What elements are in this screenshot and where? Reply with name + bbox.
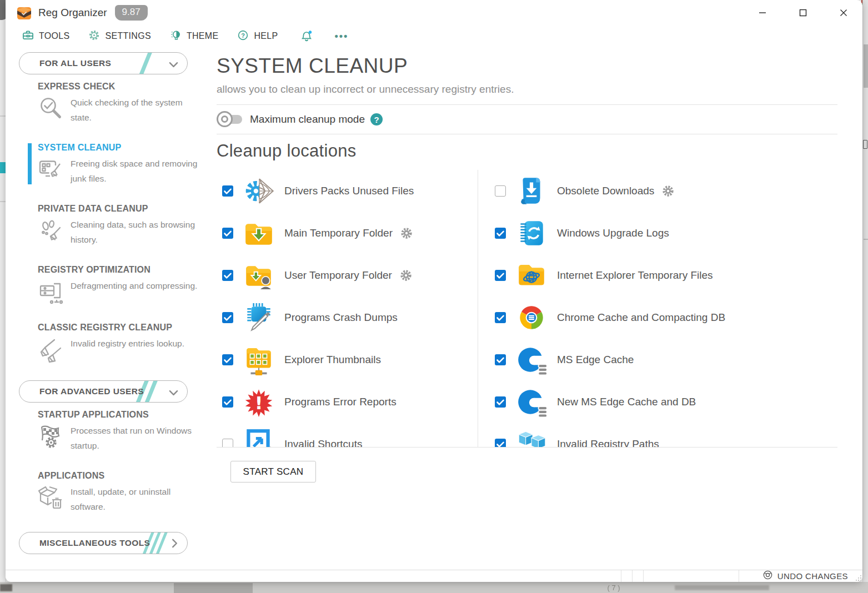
sidebar-nav-item[interactable]: PRIVATE DATA CLEANUP Cleaning data, such… (6, 204, 210, 247)
cleanup-item-settings-gear-icon[interactable] (662, 185, 674, 197)
background-window-right-edge (862, 0, 868, 582)
settings-menu[interactable]: SETTINGS (88, 29, 150, 43)
cleanup-item-label: Drivers Packs Unused Files (284, 185, 414, 197)
edge-icon (515, 385, 548, 419)
registry-compress-icon (38, 279, 63, 305)
cleanup-item-row: Programs Crash Dumps (222, 296, 472, 339)
download-scroll-icon (515, 174, 548, 208)
group-miscellaneous-tools[interactable]: MISCELLANEOUS TOOLS (19, 532, 188, 554)
sidebar-item-title: EXPRESS CHECK (38, 82, 210, 92)
cleanup-item-row: ! Programs Error Reports (222, 381, 472, 423)
app-title: Reg Organizer (38, 7, 107, 19)
cleanup-item-settings-gear-icon[interactable] (400, 227, 413, 239)
sidebar-nav-item[interactable]: STARTUP APPLICATIONS Processes that run … (6, 410, 210, 453)
cleanup-item-checkbox[interactable] (222, 354, 233, 365)
sidebar-item-title: REGISTRY OPTIMIZATION (38, 265, 210, 275)
monitor-broom-icon (38, 157, 63, 183)
sidebar-item-title: PRIVATE DATA CLEANUP (38, 204, 210, 214)
gear-icon (88, 29, 100, 43)
sidebar-nav-item[interactable]: REGISTRY OPTIMIZATION Defragmenting and … (6, 265, 210, 305)
maximum-cleanup-row: Maximum cleanup mode ? (217, 105, 837, 134)
crossed-brooms-icon (38, 337, 63, 363)
folder-globe-icon (515, 259, 548, 292)
cleanup-item-checkbox[interactable] (222, 185, 233, 197)
cleanup-item-label: MS Edge Cache (557, 354, 634, 366)
sidebar-nav-item[interactable]: APPLICATIONS Install, update, or uninsta… (6, 471, 210, 514)
cleanup-item-row: Obsolete Downloads (495, 170, 837, 212)
chip-pencil-icon (242, 301, 275, 334)
briefcase-icon (22, 29, 34, 43)
divider (217, 134, 837, 134)
chrome-icon (515, 301, 548, 334)
cleanup-item-checkbox[interactable] (495, 270, 506, 281)
close-button[interactable] (838, 8, 849, 18)
page-subtitle: allows you to clean up incorrect or unne… (217, 83, 837, 96)
group-for-advanced-users[interactable]: FOR ADVANCED USERS (19, 380, 188, 403)
cleanup-item-row: Chrome Cache and Compacting DB (495, 296, 837, 339)
shortcut-icon (242, 428, 275, 448)
group-for-all-users[interactable]: FOR ALL USERS (19, 52, 188, 74)
cleanup-item-checkbox[interactable] (222, 228, 233, 239)
cleanup-item-label: Programs Error Reports (284, 396, 397, 408)
chevron-right-icon (172, 539, 178, 550)
maximum-cleanup-label: Maximum cleanup mode (250, 113, 365, 125)
cleanup-item-checkbox[interactable] (222, 312, 233, 323)
cleanup-item-row: User Temporary Folder (222, 254, 472, 296)
start-scan-button[interactable]: START SCAN (230, 461, 316, 483)
cleanup-item-checkbox[interactable] (495, 439, 506, 448)
cleanup-item-checkbox[interactable] (222, 270, 233, 281)
cleanup-item-checkbox[interactable] (222, 439, 233, 448)
cleanup-item-row: New MS Edge Cache and DB (495, 381, 837, 423)
folder-thumbnails-icon (242, 343, 275, 376)
sidebar-item-description: Invalid registry entries lookup. (71, 336, 199, 363)
folder-download-icon (242, 217, 275, 250)
sidebar-item-description: Freeing disk space and removing junk fil… (71, 156, 199, 186)
help-circle-icon[interactable]: ? (370, 113, 383, 125)
undo-changes-button[interactable]: UNDO CHANGES (762, 570, 848, 582)
cleanup-item-row: MS Edge Cache (495, 339, 837, 381)
cleanup-item-checkbox[interactable] (495, 228, 506, 239)
column-divider (478, 170, 478, 447)
magnifier-check-icon (38, 96, 63, 122)
cleanup-item-row: Invalid Registry Paths (495, 423, 837, 448)
section-title: Cleanup locations (217, 141, 837, 161)
cleanup-item-label: Explorer Thumbnails (284, 354, 381, 366)
cleanup-item-label: New MS Edge Cache and DB (557, 396, 696, 408)
cleanup-item-label: Invalid Shortcuts (284, 438, 362, 448)
cleanup-item-checkbox[interactable] (495, 396, 506, 408)
cleanup-item-row: Main Temporary Folder (222, 212, 472, 254)
cleanup-locations-list: Drivers Packs Unused Files Main Temporar… (217, 170, 837, 448)
cleanup-item-row: Drivers Packs Unused Files (222, 170, 472, 212)
cleanup-column-left: Drivers Packs Unused Files Main Temporar… (222, 170, 472, 448)
cleanup-item-checkbox[interactable] (495, 354, 506, 365)
sync-log-icon (515, 217, 548, 250)
cleanup-item-settings-gear-icon[interactable] (400, 269, 412, 282)
maximum-cleanup-toggle[interactable] (217, 111, 243, 128)
sidebar-item-title: CLASSIC REGISTRY CLEANUP (38, 323, 210, 333)
sidebar-item-description: Quick checking of the system state. (71, 95, 199, 125)
background-desktop-strip: ( 7 ) (0, 582, 868, 593)
sidebar-nav-item[interactable]: EXPRESS CHECK Quick checking of the syst… (6, 82, 210, 125)
resize-grip[interactable] (856, 575, 861, 581)
cleanup-item-checkbox[interactable] (222, 396, 233, 408)
cleanup-item-row: Windows Upgrade Logs (495, 212, 837, 254)
app-logo-icon (17, 6, 32, 21)
sidebar-nav-item[interactable]: SYSTEM CLEANUP Freeing disk space and re… (6, 143, 210, 186)
reg-organizer-window: Reg Organizer 9.87 TOOLS (6, 0, 862, 582)
sidebar-item-title: STARTUP APPLICATIONS (38, 410, 210, 420)
sidebar: FOR ALL USERS EXPRESS CHECK Quick checki… (6, 52, 210, 570)
cleanup-item-label: Invalid Registry Paths (557, 438, 659, 448)
theme-menu[interactable]: THEME (170, 29, 219, 43)
folder-user-icon (242, 259, 275, 292)
tools-menu[interactable]: TOOLS (22, 29, 69, 43)
statusbar: UNDO CHANGES (6, 570, 862, 582)
flag-gear-icon (38, 424, 63, 450)
sidebar-item-title: APPLICATIONS (38, 471, 210, 481)
cleanup-item-row: Internet Explorer Temporary Files (495, 254, 837, 296)
cleanup-item-checkbox[interactable] (495, 185, 506, 197)
cleanup-item-checkbox[interactable] (495, 312, 506, 323)
sidebar-nav-item[interactable]: CLASSIC REGISTRY CLEANUP Invalid registr… (6, 323, 210, 363)
footprints-broom-icon (38, 218, 63, 244)
chevron-down-icon (169, 61, 178, 71)
sidebar-item-description: Cleaning data, such as browsing history. (71, 217, 199, 247)
